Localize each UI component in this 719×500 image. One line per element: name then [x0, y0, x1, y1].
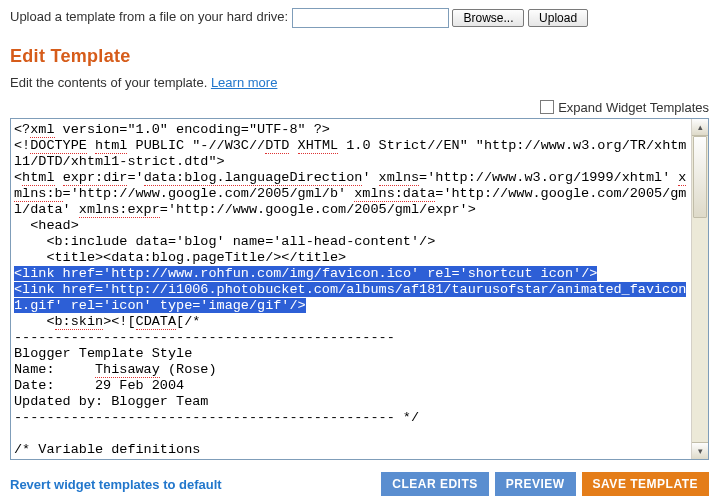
clear-edits-button[interactable]: CLEAR EDITS — [381, 472, 489, 496]
section-title: Edit Template — [10, 46, 709, 67]
upload-button[interactable]: Upload — [528, 9, 588, 27]
preview-button[interactable]: PREVIEW — [495, 472, 576, 496]
edit-description: Edit the contents of your template. — [10, 75, 211, 90]
upload-label: Upload a template from a file on your ha… — [10, 9, 288, 24]
scrollbar[interactable]: ▴ ▾ — [691, 119, 708, 459]
selected-text: <link href='http://www.rohfun.com/img/fa… — [14, 266, 597, 281]
browse-button[interactable]: Browse... — [452, 9, 524, 27]
learn-more-link[interactable]: Learn more — [211, 75, 277, 90]
expand-label: Expand Widget Templates — [558, 100, 709, 115]
scroll-thumb[interactable] — [693, 136, 707, 218]
template-editor[interactable]: <?xml version="1.0" encoding="UTF-8" ?> … — [10, 118, 709, 460]
expand-checkbox[interactable] — [540, 100, 554, 114]
save-template-button[interactable]: SAVE TEMPLATE — [582, 472, 709, 496]
revert-link[interactable]: Revert widget templates to default — [10, 477, 222, 492]
scroll-up-icon[interactable]: ▴ — [692, 119, 708, 136]
scroll-down-icon[interactable]: ▾ — [692, 442, 708, 459]
file-input[interactable] — [292, 8, 449, 28]
